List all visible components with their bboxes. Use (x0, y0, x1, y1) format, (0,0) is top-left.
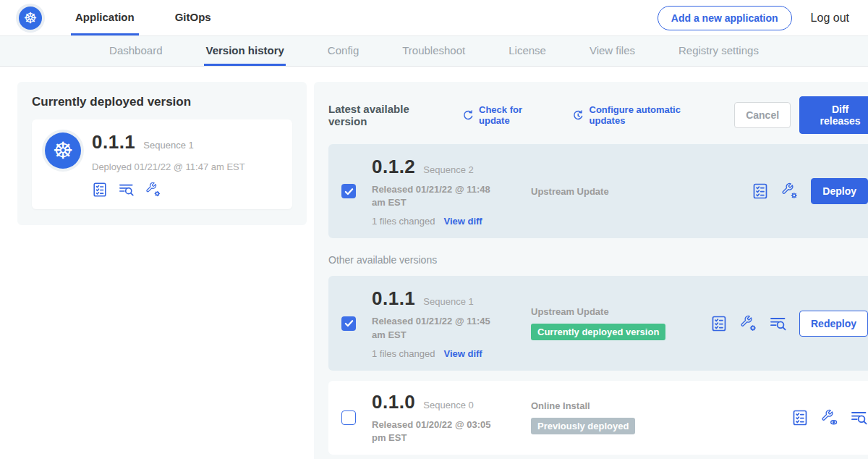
version-source: Upstream Update Currently deployed versi… (531, 306, 710, 340)
check-for-update-link[interactable]: Check for update (462, 104, 554, 126)
sequence-label: Sequence 0 (423, 400, 473, 410)
version-checkbox[interactable] (341, 410, 356, 425)
app-sub-nav: Dashboard Version history Config Trouble… (0, 36, 868, 67)
redeploy-button[interactable]: Redeploy (799, 311, 868, 337)
check-icon (344, 319, 354, 328)
view-files-search-icon[interactable] (851, 409, 868, 426)
subnav-registry-settings[interactable]: Registry settings (677, 36, 760, 66)
version-number: 0.1.1 (372, 287, 415, 310)
view-diff-link[interactable]: View diff (443, 216, 482, 227)
version-row-0-1-1: 0.1.1 Sequence 1 Released 01/21/22 @ 11:… (328, 276, 868, 370)
subnav-version-history[interactable]: Version history (204, 36, 285, 66)
top-nav-right: Add a new application Log out (658, 6, 849, 30)
edit-config-wrench-gear-icon[interactable] (781, 182, 799, 200)
version-checkbox[interactable] (341, 316, 356, 331)
diff-releases-button[interactable]: Diff releases (799, 96, 868, 134)
row-actions (791, 409, 868, 426)
view-diff-link[interactable]: View diff (443, 348, 482, 359)
check-icon (344, 187, 354, 196)
version-source: Online Install Previously deployed (531, 400, 710, 434)
files-changed-label: 1 files changed (372, 348, 435, 359)
files-changed-label: 1 files changed (372, 216, 435, 227)
tab-gitops[interactable]: GitOps (171, 0, 216, 35)
preflight-checklist-icon[interactable] (92, 182, 108, 198)
edit-config-wrench-gear-icon[interactable] (145, 182, 161, 198)
version-number: 0.1.2 (372, 156, 415, 178)
deployed-timestamp: Deployed 01/21/22 @ 11:47 am EST (92, 161, 245, 172)
subnav-view-files[interactable]: View files (588, 36, 637, 66)
released-timestamp: Released 01/21/22 @ 11:48 am EST (372, 183, 503, 209)
version-info: 0.1.1 Sequence 1 Released 01/21/22 @ 11:… (372, 287, 515, 358)
add-application-button[interactable]: Add a new application (658, 6, 792, 30)
sequence-label: Sequence 1 (423, 296, 473, 307)
version-checkbox[interactable] (341, 184, 356, 198)
logout-link[interactable]: Log out (811, 12, 849, 25)
view-config-wrench-eye-icon[interactable] (821, 409, 838, 426)
deployed-sequence-label: Sequence 1 (143, 140, 193, 151)
subnav-dashboard[interactable]: Dashboard (108, 36, 163, 66)
configure-automatic-updates-link[interactable]: Configure automatic updates (572, 104, 715, 126)
released-timestamp: Released 01/21/22 @ 11:45 am EST (372, 315, 503, 341)
edit-config-wrench-gear-icon[interactable] (740, 315, 757, 332)
sequence-label: Sequence 2 (423, 164, 473, 175)
latest-version-title: Latest available version (328, 103, 448, 127)
deployed-version-card: ☸ 0.1.1 Sequence 1 Deployed 01/21/22 @ 1… (32, 119, 292, 209)
subnav-config[interactable]: Config (326, 36, 360, 66)
preflight-checklist-icon[interactable] (791, 409, 809, 426)
row-actions: Deploy (752, 178, 868, 204)
refresh-icon (462, 109, 475, 122)
tab-application[interactable]: Application (71, 0, 139, 35)
deployed-version-details: 0.1.1 Sequence 1 Deployed 01/21/22 @ 11:… (92, 131, 245, 198)
version-source: Upstream Update (531, 186, 710, 197)
released-timestamp: Released 01/20/22 @ 03:05 pm EST (372, 418, 503, 445)
main-content: Currently deployed version ☸ 0.1.1 Seque… (0, 67, 868, 459)
version-info: 0.1.2 Sequence 2 Released 01/21/22 @ 11:… (372, 156, 515, 227)
schedule-update-icon (572, 109, 584, 122)
preflight-checklist-icon[interactable] (710, 315, 728, 332)
deployed-card-title: Currently deployed version (32, 95, 292, 109)
subnav-troubleshoot[interactable]: Troubleshoot (401, 36, 467, 66)
currently-deployed-badge: Currently deployed version (531, 324, 665, 340)
app-kubernetes-icon: ☸ (45, 132, 81, 169)
version-row-0-1-2: 0.1.2 Sequence 2 Released 01/21/22 @ 11:… (328, 144, 868, 238)
kubernetes-logo-icon[interactable]: ☸ (19, 7, 42, 30)
view-files-search-icon[interactable] (770, 315, 787, 332)
version-number: 0.1.0 (372, 391, 415, 413)
previously-deployed-badge: Previously deployed (531, 418, 635, 434)
cancel-button[interactable]: Cancel (734, 102, 791, 128)
version-history-panel: Latest available version Check for updat… (314, 82, 868, 459)
other-versions-label: Other available versions (328, 254, 868, 266)
deploy-button[interactable]: Deploy (811, 178, 868, 204)
version-row-0-1-0: 0.1.0 Sequence 0 Released 01/20/22 @ 03:… (328, 381, 868, 455)
row-actions: Redeploy (710, 311, 868, 337)
view-files-search-icon[interactable] (119, 182, 135, 198)
currently-deployed-card: Currently deployed version ☸ 0.1.1 Seque… (17, 82, 307, 225)
version-info: 0.1.0 Sequence 0 Released 01/20/22 @ 03:… (372, 391, 515, 445)
top-nav-tabs: Application GitOps (71, 0, 216, 35)
top-nav: ☸ Application GitOps Add a new applicati… (0, 0, 868, 36)
deployed-version-number: 0.1.1 (92, 131, 135, 153)
panel-header: Latest available version Check for updat… (328, 96, 868, 134)
subnav-license[interactable]: License (507, 36, 548, 66)
preflight-checklist-icon[interactable] (752, 182, 769, 200)
